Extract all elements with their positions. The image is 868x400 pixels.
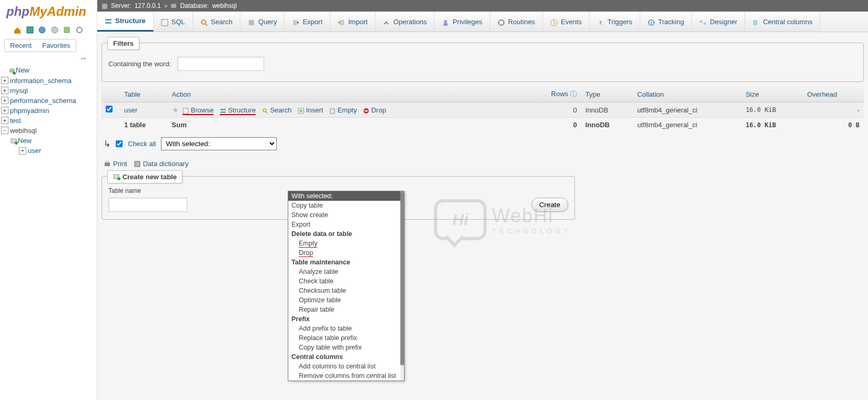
col-collation[interactable]: Collation — [633, 86, 741, 102]
home-icon[interactable] — [13, 25, 22, 34]
print-link[interactable]: Print — [104, 160, 127, 168]
tree-new-table[interactable]: New — [1, 136, 96, 146]
row-checkbox[interactable] — [106, 106, 113, 112]
dd-checksum[interactable]: Checksum table — [288, 286, 404, 295]
tab-import[interactable]: Import — [330, 12, 376, 32]
tab-routines[interactable]: Routines — [490, 12, 543, 32]
dd-copy-table[interactable]: Copy table — [288, 201, 404, 210]
server-link[interactable]: 127.0.0.1 — [135, 2, 161, 9]
col-size[interactable]: Size — [741, 86, 803, 102]
expand-icon[interactable]: + — [1, 117, 8, 124]
logout-icon[interactable] — [26, 25, 34, 34]
expand-icon[interactable]: + — [1, 97, 8, 104]
tree-db-current[interactable]: −webihsql — [1, 126, 96, 136]
dd-group-prefix: Prefix — [288, 314, 404, 324]
logo[interactable]: phpMyAdmin — [0, 0, 97, 23]
tree-db[interactable]: +information_schema — [1, 76, 96, 86]
check-all[interactable] — [116, 140, 123, 147]
dd-remove-central[interactable]: Remove columns from central list — [288, 371, 404, 381]
dd-copy-prefix[interactable]: Copy table with prefix — [288, 343, 404, 352]
operations-icon — [383, 18, 390, 25]
svg-rect-30 — [703, 23, 706, 25]
tree-db-label: phpmyadmin — [10, 107, 49, 115]
svg-rect-3 — [64, 27, 69, 33]
tree-db[interactable]: +mysql — [1, 86, 96, 96]
tab-sql[interactable]: SQL — [154, 12, 193, 32]
col-table[interactable]: Table — [120, 86, 168, 102]
collapse-icon[interactable]: − — [1, 127, 8, 134]
action-structure[interactable]: Structure — [220, 106, 256, 115]
dd-add-prefix[interactable]: Add prefix to table — [288, 324, 404, 333]
tab-triggers[interactable]: Triggers — [590, 12, 640, 32]
tab-events[interactable]: Events — [543, 12, 590, 32]
tab-query[interactable]: Query — [240, 12, 285, 32]
table-name-input[interactable] — [108, 198, 187, 212]
svg-rect-13 — [105, 19, 112, 20]
summary-collation[interactable]: utf8mb4_general_ci — [633, 118, 741, 132]
tab-designer[interactable]: Designer — [692, 12, 745, 32]
expand-icon[interactable]: + — [19, 147, 26, 155]
dd-show-create[interactable]: Show create — [288, 210, 404, 220]
tab-label: Privileges — [452, 18, 482, 26]
dd-empty[interactable]: Empty — [288, 239, 404, 248]
dd-drop[interactable]: Drop — [288, 248, 404, 258]
expand-icon[interactable]: + — [1, 77, 8, 84]
dropdown-scrollbar[interactable] — [400, 191, 404, 381]
tree-new[interactable]: New — [1, 65, 96, 76]
dd-group-central: Central columns — [288, 352, 404, 362]
help-icon[interactable]: ⓘ — [570, 90, 577, 98]
with-selected-dropdown[interactable]: With selected: — [161, 137, 277, 150]
theme-icon[interactable] — [63, 25, 71, 34]
tree-db[interactable]: +performance_schema — [1, 96, 96, 106]
tab-tracking[interactable]: Tracking — [640, 12, 692, 32]
routines-icon — [498, 18, 505, 25]
col-overhead[interactable]: Overhead — [803, 86, 864, 102]
expand-icon[interactable]: + — [1, 87, 8, 94]
dd-add-central[interactable]: Add columns to central list — [288, 362, 404, 371]
tab-search[interactable]: Search — [193, 12, 240, 32]
create-button[interactable]: Create — [531, 198, 568, 212]
tree-table[interactable]: +user — [1, 146, 96, 156]
designer-icon — [699, 18, 706, 25]
filter-input[interactable] — [177, 57, 264, 71]
tab-operations[interactable]: Operations — [376, 12, 435, 32]
dd-repair[interactable]: Repair table — [288, 305, 404, 314]
col-rows[interactable]: Rows ⓘ — [527, 86, 581, 102]
action-insert[interactable]: Insert — [298, 106, 323, 114]
dd-check[interactable]: Check table — [288, 276, 404, 286]
docs-icon[interactable] — [38, 25, 46, 34]
tab-central-columns[interactable]: Central columns — [745, 12, 820, 32]
dd-replace-prefix[interactable]: Replace table prefix — [288, 333, 404, 343]
structure-icon — [105, 17, 112, 25]
col-type[interactable]: Type — [581, 86, 633, 102]
action-browse[interactable]: Browse — [183, 106, 214, 115]
db-label: Database: — [180, 2, 209, 9]
tab-favorites[interactable]: Favorites — [37, 39, 75, 52]
table-name[interactable]: user — [124, 106, 137, 114]
nav-collapse-icon[interactable]: ⊶ — [0, 54, 97, 63]
dd-optimize[interactable]: Optimize table — [288, 295, 404, 305]
query-icon — [248, 18, 255, 25]
data-dictionary-link[interactable]: Data dictionary — [134, 160, 189, 168]
tab-structure[interactable]: Structure — [97, 12, 154, 32]
new-table-icon — [11, 137, 18, 145]
expand-icon[interactable]: + — [1, 107, 8, 114]
svg-rect-14 — [105, 22, 112, 24]
action-empty[interactable]: Empty — [329, 106, 357, 114]
favorite-icon[interactable]: ★ — [172, 106, 179, 114]
tab-recent[interactable]: Recent — [5, 39, 37, 52]
dd-with-selected[interactable]: With selected: — [288, 191, 404, 201]
settings-icon[interactable] — [51, 25, 59, 34]
check-all-label[interactable]: Check all — [128, 140, 156, 148]
tab-privileges[interactable]: Privileges — [435, 12, 490, 32]
action-search[interactable]: Search — [262, 106, 292, 114]
action-drop[interactable]: Drop — [363, 106, 386, 114]
summary-rows: 0 — [527, 118, 581, 132]
tree-db[interactable]: +test — [1, 116, 96, 126]
db-link[interactable]: webihsql — [212, 2, 237, 9]
reload-icon[interactable] — [75, 25, 84, 34]
tab-export[interactable]: Export — [285, 12, 330, 32]
tree-db[interactable]: +phpmyadmin — [1, 106, 96, 116]
dd-export[interactable]: Export — [288, 220, 404, 229]
dd-analyze[interactable]: Analyze table — [288, 267, 404, 276]
